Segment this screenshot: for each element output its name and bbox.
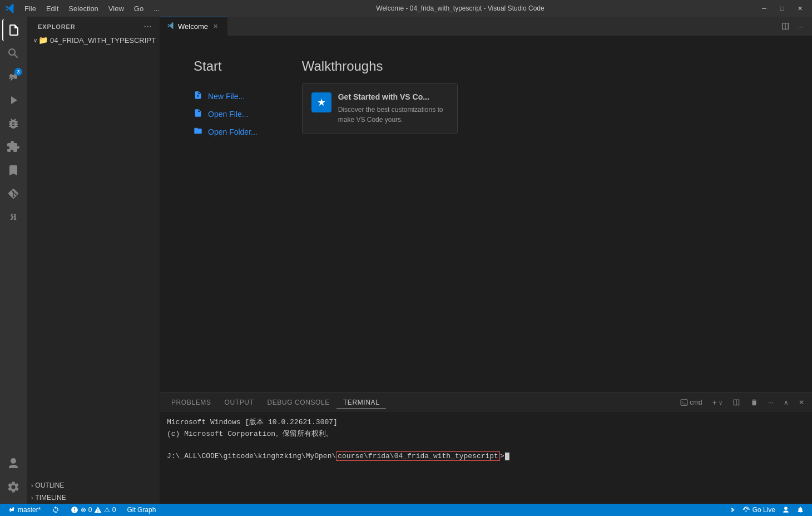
- new-file-item[interactable]: New File...: [194, 87, 258, 105]
- terminal-body[interactable]: Microsoft Windows [版本 10.0.22621.3007] (…: [160, 412, 812, 504]
- activity-settings[interactable]: [2, 476, 24, 498]
- menu-file[interactable]: File: [20, 3, 41, 14]
- activity-account[interactable]: [2, 453, 24, 475]
- split-terminal-button[interactable]: [729, 397, 744, 407]
- folder-name: 04_FRIDA_WITH_TYPESCRIPT: [50, 36, 156, 45]
- walkthroughs-section: Walkthroughs ★ Get Started with VS Co...…: [302, 58, 458, 370]
- walkthrough-card[interactable]: ★ Get Started with VS Co... Discover the…: [302, 83, 458, 134]
- person-icon: [782, 506, 790, 514]
- main-area: 3 Я: [0, 17, 812, 504]
- outline-label: OUTLINE: [35, 481, 64, 489]
- activity-run[interactable]: [2, 89, 24, 111]
- activity-search[interactable]: [2, 42, 24, 65]
- explorer-title: Explorer: [38, 23, 76, 30]
- more-terminal-button[interactable]: ···: [765, 397, 777, 407]
- kill-terminal-button[interactable]: [747, 397, 761, 407]
- git-graph-label: Git Graph: [127, 506, 156, 514]
- remote-icon: [728, 506, 736, 514]
- terminal-line-1: Microsoft Windows [版本 10.0.22621.3007]: [167, 417, 805, 429]
- bell-icon: [796, 506, 804, 514]
- bookmarks-icon: [7, 164, 20, 177]
- sidebar-header: Explorer ···: [27, 17, 160, 35]
- terminal-line-2: (c) Microsoft Corporation。保留所有权利。: [167, 429, 805, 440]
- svg-rect-0: [681, 400, 687, 406]
- terminal-tab-terminal[interactable]: TERMINAL: [336, 396, 386, 409]
- git-graph-status[interactable]: Git Graph: [123, 504, 159, 516]
- errors-count: ⊗ 0: [81, 506, 92, 514]
- start-heading: Start: [194, 58, 258, 74]
- errors-status[interactable]: ⊗ 0 ⚠ 0: [67, 504, 119, 516]
- open-folder-item[interactable]: Open Folder...: [194, 123, 258, 141]
- search-icon: [7, 47, 20, 60]
- close-button[interactable]: ✕: [792, 3, 808, 14]
- outline-section[interactable]: › OUTLINE: [27, 479, 160, 492]
- more-editor-button[interactable]: ···: [794, 19, 808, 33]
- activity-debug[interactable]: [2, 112, 24, 135]
- vscode-tab-icon: [167, 22, 175, 31]
- activity-bar: 3 Я: [0, 17, 27, 504]
- account-status[interactable]: [779, 504, 793, 516]
- terminal-tab-debug-console[interactable]: DEBUG CONSOLE: [260, 396, 336, 409]
- account-icon: [7, 457, 20, 470]
- split-editor-button[interactable]: [779, 19, 792, 33]
- activity-remote[interactable]: Я: [2, 206, 24, 228]
- branch-name: master*: [18, 506, 41, 514]
- terminal-tabs: PROBLEMS OUTPUT DEBUG CONSOLE TERMINAL c…: [160, 393, 812, 412]
- broadcast-icon: [742, 506, 750, 514]
- status-bar: master* ⊗ 0 ⚠ 0 Git Graph: [0, 504, 812, 516]
- open-file-item[interactable]: Open File...: [194, 105, 258, 123]
- close-panel-button[interactable]: ✕: [795, 397, 808, 407]
- terminal-shell-selector[interactable]: cmd: [677, 397, 706, 407]
- sync-icon: [52, 506, 60, 514]
- terminal-shell-icon: [680, 399, 688, 406]
- status-right: Go Live: [725, 504, 808, 516]
- branch-status[interactable]: master*: [4, 504, 44, 516]
- timeline-section[interactable]: › TIMELINE: [27, 492, 160, 504]
- terminal-prompt-line: J:\_ALL\CODE\gitcode\kinghzking\MyOpen\c…: [167, 451, 805, 461]
- sync-status[interactable]: [48, 504, 63, 516]
- menu-edit[interactable]: Edit: [42, 3, 63, 14]
- window-title: Welcome - 04_frida_with_typescript - Vis…: [164, 4, 756, 12]
- activity-extensions[interactable]: [2, 136, 24, 158]
- remote-status[interactable]: [725, 504, 739, 516]
- window-controls: ─ □ ✕: [756, 3, 808, 14]
- maximize-button[interactable]: □: [774, 3, 790, 14]
- activity-bookmarks[interactable]: [2, 159, 24, 181]
- go-live-status[interactable]: Go Live: [739, 504, 779, 516]
- menu-bar: File Edit Selection View Go ...: [20, 3, 164, 14]
- tab-close-button[interactable]: ✕: [211, 22, 220, 31]
- new-file-label: New File...: [208, 92, 245, 101]
- menu-selection[interactable]: Selection: [64, 3, 102, 14]
- menu-more[interactable]: ...: [149, 3, 164, 14]
- chevron-down-icon: ∨: [719, 400, 722, 406]
- new-terminal-button[interactable]: + ∨: [709, 397, 726, 408]
- activity-explorer[interactable]: [2, 19, 24, 41]
- notifications-status[interactable]: [793, 504, 808, 516]
- tab-welcome[interactable]: Welcome ✕: [160, 17, 227, 36]
- terminal-prompt-highlighted: course\frida\04_frida_with_typescript: [336, 451, 500, 461]
- activity-bottom: [2, 453, 24, 504]
- new-file-icon: [194, 91, 202, 102]
- terminal-tab-output[interactable]: OUTPUT: [218, 396, 261, 409]
- terminal-prompt-suffix: >: [500, 452, 504, 460]
- sidebar: Explorer ··· ∨ 📁 04_FRIDA_WITH_TYPESCRIP…: [27, 17, 160, 504]
- outline-chevron-icon: ›: [31, 483, 33, 489]
- menu-view[interactable]: View: [104, 3, 128, 14]
- activity-source-control[interactable]: 3: [2, 66, 24, 88]
- menu-go[interactable]: Go: [130, 3, 148, 14]
- minimize-button[interactable]: ─: [756, 3, 772, 14]
- activity-git[interactable]: [2, 183, 24, 205]
- maximize-panel-button[interactable]: ∧: [780, 397, 792, 407]
- settings-icon: [7, 480, 20, 494]
- walkthrough-card-header: ★ Get Started with VS Co... Discover the…: [311, 92, 448, 125]
- folder-item[interactable]: ∨ 📁 04_FRIDA_WITH_TYPESCRIPT: [27, 35, 160, 46]
- tab-bar-right: ···: [779, 19, 812, 33]
- folder-icon: 📁: [38, 36, 48, 45]
- source-control-badge: 3: [14, 68, 22, 76]
- go-live-label: Go Live: [752, 506, 775, 514]
- walkthrough-card-content: Get Started with VS Co... Discover the b…: [338, 92, 448, 125]
- terminal-tab-problems[interactable]: PROBLEMS: [165, 396, 218, 409]
- run-debug-icon: [7, 94, 20, 107]
- split-editor-icon: [781, 22, 790, 31]
- sidebar-more-button[interactable]: ···: [143, 21, 153, 32]
